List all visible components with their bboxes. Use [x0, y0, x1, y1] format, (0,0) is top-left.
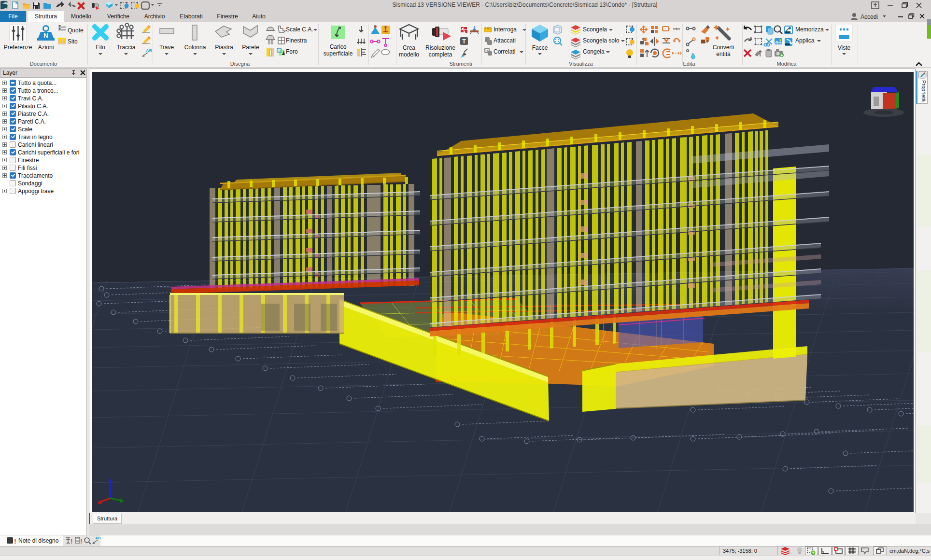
svg-text:cm,daN,deg,°C,s: cm,daN,deg,°C,s: [889, 548, 930, 554]
svg-text:Note di disegno: Note di disegno: [18, 537, 59, 544]
svg-text:!: !: [71, 537, 73, 545]
svg-text:Accedi: Accedi: [860, 14, 878, 20]
svg-text:AB: AB: [146, 48, 152, 53]
svg-text:!: !: [80, 537, 83, 545]
svg-text:!: !: [14, 537, 16, 545]
svg-text:N: N: [43, 32, 48, 39]
svg-text:AB: AB: [95, 536, 101, 540]
svg-text:T: T: [462, 38, 466, 45]
